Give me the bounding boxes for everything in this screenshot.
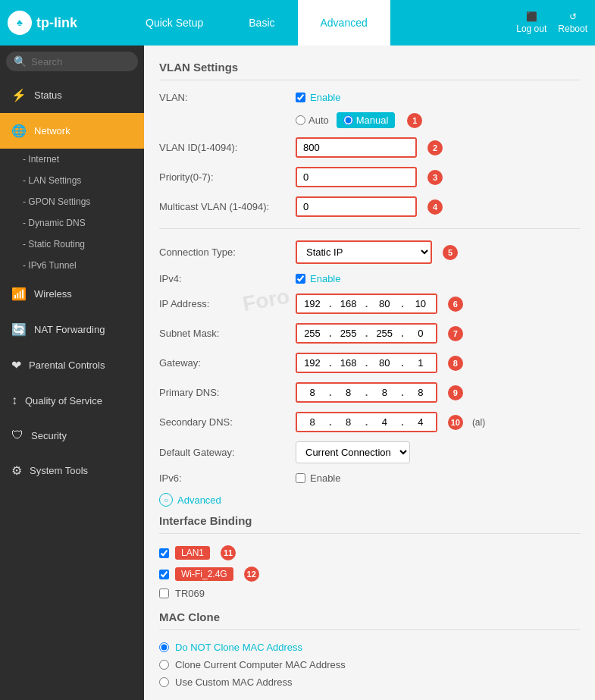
lan1-badge: LAN1 [175, 546, 210, 560]
subnet-part-1[interactable] [297, 325, 327, 342]
sidebar-subitem-static-routing[interactable]: - Static Routing [0, 234, 144, 255]
badge-secondary-dns: 10 [448, 415, 463, 430]
dns1-part-4[interactable] [406, 384, 436, 401]
iface-lan1: LAN1 11 [159, 545, 580, 560]
brand-name: tp-link [36, 15, 77, 31]
advanced-toggle[interactable]: ○ Advanced [159, 493, 580, 507]
nav-actions: ⬛ Log out ↺ Reboot [516, 11, 587, 34]
badge-manual: 1 [407, 113, 422, 128]
sidebar-subitem-ipv6-tunnel[interactable]: - IPv6 Tunnel [0, 255, 144, 276]
nav-tabs: Quick Setup Basic Advanced [123, 0, 516, 46]
ipv4-enable-checkbox[interactable]: Enable [296, 273, 340, 284]
reboot-icon: ↺ [569, 11, 577, 22]
ip-address-field[interactable]: . . . [296, 293, 437, 314]
tab-advanced[interactable]: Advanced [298, 0, 390, 46]
advanced-toggle-icon: ○ [159, 493, 173, 507]
network-icon: 🌐 [11, 124, 27, 138]
badge-connection-type: 5 [443, 245, 458, 260]
subnet-mask-field[interactable]: . . . [296, 323, 437, 344]
parental-icon: ❤ [11, 358, 21, 372]
secondary-dns-field[interactable]: . . . [296, 412, 437, 432]
default-gateway-row: Default Gateway: Current Connection [159, 441, 580, 463]
dns1-part-3[interactable] [369, 384, 399, 401]
vlan-mode-auto[interactable]: Auto [296, 115, 329, 126]
priority-input[interactable] [296, 167, 417, 187]
sidebar-subitem-lan-settings[interactable]: - LAN Settings [0, 170, 144, 191]
gateway-field[interactable]: . . . [296, 353, 437, 373]
sidebar-item-security[interactable]: 🛡 Security [0, 418, 144, 453]
logout-button[interactable]: ⬛ Log out [516, 11, 546, 34]
gw-part-3[interactable] [369, 354, 399, 372]
multicast-vlan-input[interactable] [296, 196, 417, 217]
subnet-part-4[interactable] [406, 325, 436, 342]
sidebar-item-qos[interactable]: ↕ Quality of Service [0, 383, 144, 418]
tab-basic[interactable]: Basic [226, 0, 297, 46]
mac-option-clone-current[interactable]: Clone Current Computer MAC Address [159, 659, 580, 670]
ipv6-enable-input[interactable] [296, 473, 305, 483]
dns2-part-4[interactable] [406, 413, 436, 431]
gw-part-4[interactable] [406, 354, 436, 372]
default-gateway-select[interactable]: Current Connection [296, 441, 410, 463]
divider-1 [159, 228, 580, 229]
subnet-part-2[interactable] [334, 325, 364, 342]
dns2-part-1[interactable] [297, 413, 327, 431]
security-icon: 🛡 [11, 428, 23, 442]
sidebar-item-system-tools[interactable]: ⚙ System Tools [0, 453, 144, 488]
dns2-part-3[interactable] [369, 413, 399, 431]
gw-part-2[interactable] [334, 354, 364, 372]
sidebar-item-network[interactable]: 🌐 Network [0, 113, 144, 149]
sidebar-subitem-internet[interactable]: - Internet [0, 149, 144, 170]
vlan-enable-row: VLAN: Enable [159, 92, 580, 103]
search-input[interactable] [31, 56, 130, 67]
wifi24-badge: Wi-Fi_2.4G [175, 567, 233, 581]
primary-dns-field[interactable]: . . . [296, 382, 437, 403]
ipv4-enable-input[interactable] [296, 274, 305, 284]
ipv4-enable-row: IPv4: Enable [159, 273, 580, 284]
dns1-part-2[interactable] [334, 384, 364, 401]
badge-priority: 3 [427, 170, 443, 185]
badge-wifi24: 12 [244, 567, 259, 582]
ip-part-3[interactable] [369, 295, 399, 312]
vlan-id-row: VLAN ID(1-4094): 2 [159, 137, 580, 158]
sidebar-subitem-gpon-settings[interactable]: - GPON Settings [0, 191, 144, 212]
ip-part-4[interactable] [406, 295, 436, 312]
primary-dns-row: Primary DNS: . . . 9 [159, 382, 580, 403]
dns1-part-1[interactable] [297, 384, 327, 401]
connection-type-select[interactable]: Static IP [296, 240, 432, 264]
ip-address-row: IP Address: . . . 6 [159, 293, 580, 314]
subnet-part-3[interactable] [369, 325, 399, 342]
search-box[interactable]: 🔍 [6, 52, 138, 71]
main-content: Foro VLAN Settings VLAN: Enable Auto [144, 46, 595, 700]
mac-option-use-custom[interactable]: Use Custom MAC Address [159, 676, 580, 688]
subnet-mask-row: Subnet Mask: . . . 7 [159, 323, 580, 344]
sidebar-item-nat-forwarding[interactable]: 🔄 NAT Forwarding [0, 312, 144, 347]
sidebar-item-wireless[interactable]: 📶 Wireless [0, 276, 144, 312]
mac-option-do-not-clone[interactable]: Do NOT Clone MAC Address [159, 642, 580, 653]
vlan-mode-manual[interactable]: Manual [337, 112, 396, 128]
tab-quick-setup[interactable]: Quick Setup [123, 0, 226, 46]
dns2-part-2[interactable] [334, 413, 364, 431]
search-icon: 🔍 [14, 55, 27, 67]
priority-row: Priority(0-7): 3 [159, 167, 580, 187]
nat-icon: 🔄 [11, 322, 27, 337]
vlan-id-input[interactable] [296, 137, 417, 158]
gw-part-1[interactable] [297, 354, 327, 372]
sidebar-item-status[interactable]: ⚡ Status [0, 77, 144, 113]
mac-clone-section: Do NOT Clone MAC Address Clone Current C… [159, 642, 580, 688]
sidebar: 🔍 ⚡ Status 🌐 Network - Internet - LAN Se… [0, 46, 144, 700]
vlan-enable-checkbox[interactable]: Enable [296, 92, 340, 103]
ipv6-enable-checkbox[interactable]: Enable [296, 472, 340, 484]
tr069-checkbox[interactable] [159, 589, 169, 598]
badge-subnet: 7 [448, 326, 463, 341]
gateway-row: Gateway: . . . 8 [159, 353, 580, 373]
vlan-enable-input[interactable] [296, 93, 305, 102]
wifi24-checkbox[interactable] [159, 570, 169, 579]
badge-vlan-id: 2 [427, 140, 443, 155]
lan1-checkbox[interactable] [159, 548, 169, 558]
reboot-button[interactable]: ↺ Reboot [558, 11, 587, 34]
ip-part-2[interactable] [334, 295, 364, 312]
sidebar-item-parental-controls[interactable]: ❤ Parental Controls [0, 347, 144, 383]
badge-ip-address: 6 [448, 297, 463, 312]
sidebar-subitem-dynamic-dns[interactable]: - Dynamic DNS [0, 212, 144, 234]
ip-part-1[interactable] [297, 295, 327, 312]
